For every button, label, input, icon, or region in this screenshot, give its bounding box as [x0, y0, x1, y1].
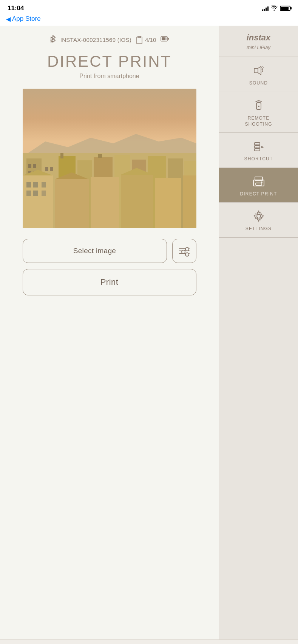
page-title: DIRECT PRINT: [47, 52, 171, 71]
device-battery-icon: [161, 35, 169, 44]
status-icons: [262, 5, 290, 12]
back-arrow-icon: ◀: [6, 15, 11, 23]
print-settings-button[interactable]: [172, 239, 196, 263]
svg-rect-33: [155, 178, 181, 228]
svg-rect-58: [256, 183, 262, 185]
main-container: INSTAX-0002311569 (IOS) 4/10 DIRECT PRIN…: [0, 26, 298, 639]
brand-subtitle: mini LiPlay: [247, 45, 270, 50]
svg-rect-6: [168, 38, 169, 40]
svg-point-48: [258, 106, 259, 107]
page-subtitle: Print from smartphone: [79, 73, 139, 80]
film-count: 4/10: [136, 36, 156, 44]
svg-rect-26: [50, 167, 53, 171]
content-area: INSTAX-0002311569 (IOS) 4/10 DIRECT PRIN…: [0, 26, 219, 639]
status-bar: 11:04: [0, 0, 298, 14]
svg-point-46: [262, 67, 263, 68]
svg-rect-32: [121, 175, 153, 228]
sidebar-item-shortcut[interactable]: 1 2 3 SHORTCUT: [219, 133, 298, 168]
sidebar-label-shortcut: SHORTCUT: [244, 156, 273, 162]
bluetooth-icon: [50, 35, 56, 45]
sliders-icon: [179, 248, 190, 254]
shortcut-icon: 1 2 3: [252, 140, 266, 153]
svg-rect-35: [26, 182, 31, 188]
print-button[interactable]: Print: [23, 269, 196, 295]
device-name: INSTAX-0002311569 (IOS): [60, 37, 131, 43]
svg-rect-22: [33, 164, 36, 168]
svg-rect-25: [45, 167, 48, 171]
film-count-text: 4/10: [145, 37, 156, 43]
device-info: INSTAX-0002311569 (IOS) 4/10: [50, 35, 169, 45]
svg-rect-36: [33, 182, 38, 188]
svg-rect-31: [91, 177, 119, 228]
settings-gear-icon: [252, 209, 266, 223]
action-row: Select image: [23, 239, 196, 263]
svg-rect-39: [33, 191, 38, 196]
sidebar-label-sound: SOUND: [249, 80, 268, 86]
svg-rect-30: [55, 179, 89, 228]
signal-bars-icon: [262, 6, 269, 11]
status-time: 11:04: [8, 5, 24, 12]
sidebar-brand: instax mini LiPlay: [219, 26, 298, 57]
photo-preview: [23, 89, 196, 228]
sidebar-item-settings[interactable]: SETTINGS: [219, 203, 298, 238]
select-image-button[interactable]: Select image: [23, 239, 167, 263]
svg-marker-45: [258, 66, 261, 75]
sidebar-label-direct-print: DIRECT PRINT: [240, 191, 277, 197]
sidebar-item-direct-print[interactable]: DIRECT PRINT: [219, 168, 298, 203]
brand-logo: instax mini LiPlay: [224, 32, 293, 51]
remote-shooting-icon: [252, 99, 266, 112]
svg-rect-34: [183, 175, 196, 228]
svg-rect-44: [254, 68, 258, 73]
svg-rect-7: [162, 37, 165, 40]
wifi-icon: [271, 5, 278, 12]
svg-rect-37: [42, 182, 46, 188]
cityscape-image: [23, 89, 196, 228]
direct-print-icon: [251, 175, 266, 188]
svg-rect-27: [60, 153, 63, 158]
sidebar-label-settings: SETTINGS: [246, 226, 272, 232]
shortcuts-bar: SHORTCUT BUTTONS 1 2 3: [0, 639, 298, 644]
svg-rect-21: [28, 164, 31, 168]
sound-icon: [252, 64, 266, 77]
svg-rect-40: [42, 191, 46, 196]
sidebar-label-remote: REMOTESHOOTING: [245, 115, 272, 127]
svg-point-59: [261, 181, 262, 183]
back-label: App Store: [12, 15, 41, 23]
sidebar-item-remote-shooting[interactable]: REMOTESHOOTING: [219, 92, 298, 133]
svg-rect-38: [26, 191, 31, 196]
battery-icon: [280, 6, 290, 11]
svg-marker-55: [261, 146, 264, 148]
brand-name: instax: [224, 32, 293, 43]
svg-rect-28: [98, 154, 102, 158]
svg-point-60: [257, 214, 261, 218]
back-nav[interactable]: ◀ App Store: [0, 14, 298, 26]
sidebar-item-sound[interactable]: SOUND: [219, 57, 298, 92]
sidebar: instax mini LiPlay SOUND: [219, 26, 298, 639]
